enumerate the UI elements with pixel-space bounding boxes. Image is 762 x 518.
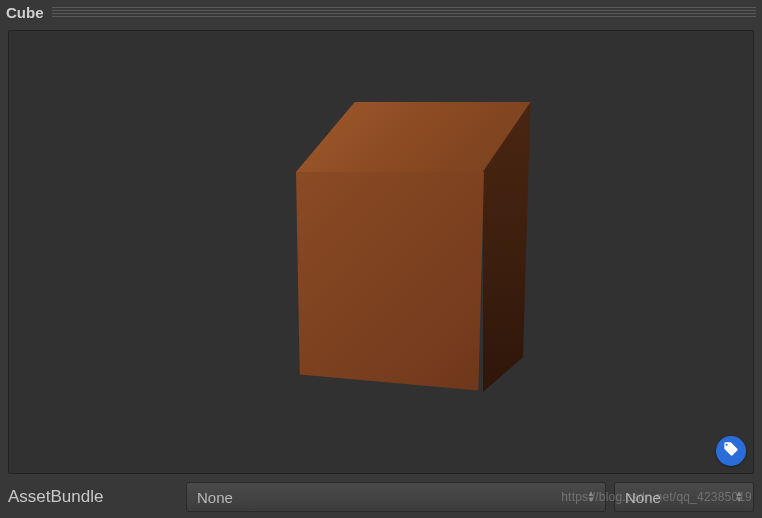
header-drag-lines[interactable] [52, 7, 757, 17]
preview-title: Cube [6, 4, 44, 21]
asset-label-button[interactable] [716, 436, 746, 466]
dropdown-value: None [625, 489, 661, 506]
chevron-updown-icon: ▲▼ [587, 491, 595, 503]
preview-header: Cube [0, 0, 762, 24]
tag-icon [723, 441, 739, 461]
cube-face-front [296, 172, 484, 402]
asset-bundle-variant-dropdown[interactable]: None ▲▼ [614, 482, 754, 512]
dropdown-value: None [197, 489, 233, 506]
asset-bundle-footer: AssetBundle None ▲▼ None ▲▼ [0, 476, 762, 518]
preview-viewport[interactable] [8, 30, 754, 474]
chevron-updown-icon: ▲▼ [735, 491, 743, 503]
asset-bundle-label: AssetBundle [8, 487, 178, 507]
asset-bundle-name-dropdown[interactable]: None ▲▼ [186, 482, 606, 512]
cube-preview [221, 82, 521, 382]
